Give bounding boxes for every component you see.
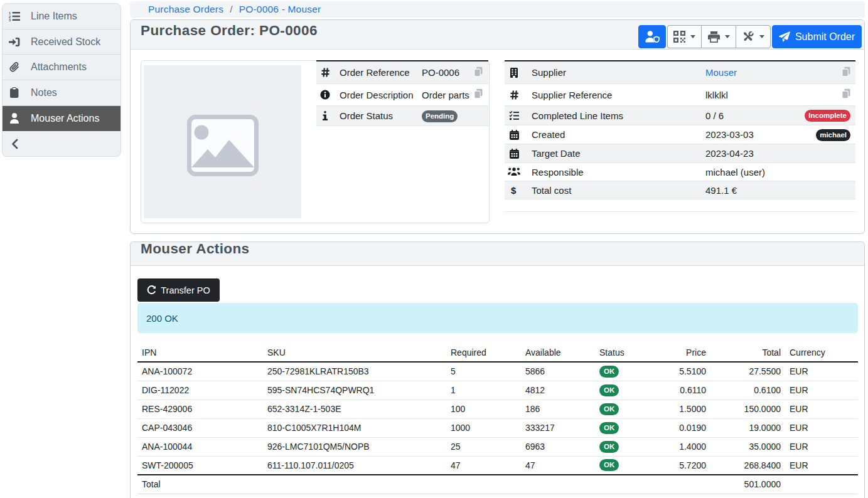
svg-text:$: $ <box>511 185 517 195</box>
svg-text:3: 3 <box>9 18 11 21</box>
